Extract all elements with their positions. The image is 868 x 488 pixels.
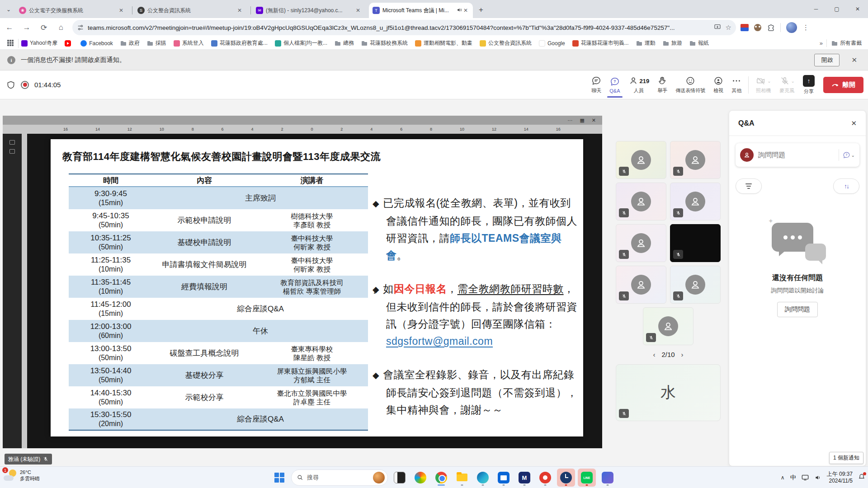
email-link[interactable]: sdgsfortw@gmail.com (386, 335, 493, 347)
question-bubble-icon[interactable]: ? (843, 151, 850, 159)
qa-question-input[interactable]: 詢問問題 ? ⌄ (736, 143, 859, 167)
volume-icon[interactable] (814, 474, 821, 481)
taskbar-app[interactable] (432, 469, 450, 487)
browser-tab-4-active[interactable]: T Microsoft Teams 會議 | Mi... ✕ (369, 3, 473, 18)
qa-close-icon[interactable]: ✕ (851, 119, 857, 127)
browser-tab-3[interactable]: ✉ (無新信) - sinly1234@yahoo.c... ✕ (252, 3, 365, 18)
bookmark-item[interactable]: 報紙 (687, 38, 712, 48)
people-button[interactable]: 219 人員 (624, 72, 654, 98)
taskbar-app[interactable] (557, 469, 575, 487)
back-button[interactable]: ← (2, 20, 17, 35)
url-text[interactable]: teams.microsoft.com/v2/?meetingjoin=true… (88, 24, 709, 31)
mic-button[interactable]: ⌄ 麥克風 (775, 72, 799, 98)
window-grid-icon[interactable]: ▦ (580, 117, 584, 123)
bookmark-item[interactable]: Google (536, 39, 568, 47)
panel-icon[interactable] (9, 149, 15, 154)
camera-options-chevron-icon[interactable]: ⌄ (767, 79, 771, 84)
bookmark-item[interactable]: 運動相關電影、動畫 (412, 38, 475, 48)
weather-widget[interactable]: 1 26°C 多雲時晴 (4, 469, 40, 482)
participant-tile[interactable] (616, 141, 666, 179)
bookmarks-overflow-chevron[interactable]: » (816, 40, 826, 47)
taskbar-app[interactable] (599, 469, 617, 487)
bookmark-item[interactable] (62, 39, 76, 47)
qa-button[interactable]: ? Q&A (605, 72, 624, 98)
panel-icon[interactable] (9, 140, 15, 145)
bookmark-item[interactable]: 旅遊 (660, 38, 685, 48)
participant-tile[interactable] (670, 141, 721, 179)
bookmark-item[interactable]: 花蓮縣花蓮市明義... (570, 38, 632, 48)
bookmark-item[interactable]: 採購 (144, 38, 169, 48)
next-page-icon[interactable]: › (681, 351, 684, 358)
participant-tile[interactable] (616, 224, 666, 262)
display-icon[interactable] (802, 474, 809, 481)
site-settings-icon[interactable] (77, 24, 84, 31)
bookmark-item[interactable]: Facebook (78, 39, 116, 47)
mic-options-chevron-icon[interactable]: ⌄ (791, 79, 795, 84)
bookmark-item[interactable]: 總務 (332, 38, 357, 48)
taskbar-app[interactable] (495, 469, 513, 487)
ime-indicator[interactable]: 中 (790, 474, 796, 482)
bookmark-item[interactable]: Yahoo!奇摩 (19, 38, 60, 48)
bookmark-item[interactable]: 系統登入 (171, 38, 207, 48)
spotlight-tile[interactable]: 水 (616, 364, 721, 421)
participant-tile[interactable] (670, 183, 721, 221)
browser-menu-icon[interactable]: ⋮ (802, 23, 809, 32)
taskbar-app[interactable] (474, 469, 492, 487)
participant-tile[interactable] (616, 266, 666, 304)
reactions-button[interactable]: 傳送表情符號 (671, 72, 709, 98)
bookmark-item[interactable]: 花蓮縣政府教育處... (208, 38, 270, 48)
taskbar-app[interactable]: M (515, 469, 533, 487)
share-button[interactable]: ↑ 分享 (799, 72, 819, 98)
tab-close-icon[interactable]: ✕ (236, 7, 243, 14)
forward-button[interactable]: → (19, 20, 34, 35)
filter-button[interactable] (736, 178, 762, 194)
address-bar[interactable]: teams.microsoft.com/v2/?meetingjoin=true… (72, 20, 736, 35)
smartpki-extension-icon[interactable] (741, 24, 749, 31)
leave-button[interactable]: 離開 (823, 77, 863, 93)
tab-close-icon[interactable]: ✕ (118, 7, 125, 14)
camera-button[interactable]: ⌄ 照相機 (751, 72, 775, 98)
participant-tile[interactable] (643, 307, 693, 345)
tab-search-icon[interactable]: ⌄ (4, 5, 14, 14)
start-button[interactable] (270, 469, 288, 487)
raise-hand-button[interactable]: 舉手 (653, 72, 671, 98)
close-button[interactable]: ✕ (847, 0, 868, 18)
apps-grid-icon[interactable] (7, 40, 14, 47)
bookmark-item[interactable]: 公文整合資訊系統 (477, 38, 534, 48)
home-button[interactable]: ⌂ (53, 20, 69, 35)
bookmark-item[interactable]: 政府 (118, 38, 142, 48)
dismiss-notification-icon[interactable]: ✕ (851, 56, 857, 64)
all-bookmarks-button[interactable]: 所有書籤 (826, 39, 862, 47)
chat-button[interactable]: 聊天 (587, 72, 605, 98)
question-type-chevron-icon[interactable]: ⌄ (851, 153, 855, 158)
previous-page-icon[interactable]: ‹ (653, 351, 655, 358)
participant-tile[interactable] (670, 224, 721, 262)
taskbar-app[interactable] (536, 469, 554, 487)
bookmark-item[interactable]: 花蓮縣校務系統 (359, 38, 410, 48)
new-notification-badge[interactable]: 1 個新通知 (829, 452, 863, 464)
extensions-puzzle-icon[interactable] (767, 23, 775, 32)
view-button[interactable]: 檢視 (709, 72, 727, 98)
bookmark-star-icon[interactable]: ☆ (726, 23, 731, 32)
hidden-icons-chevron[interactable]: ∧ (781, 474, 785, 481)
taskbar-app[interactable] (391, 469, 409, 487)
tab-close-icon[interactable]: ✕ (462, 7, 469, 14)
tab-audio-icon[interactable] (457, 6, 462, 14)
bookmark-item[interactable]: 運動 (633, 38, 658, 48)
reload-button[interactable]: ⟳ (36, 20, 52, 35)
taskbar-app[interactable] (453, 469, 471, 487)
participant-tile[interactable] (616, 183, 666, 221)
window-more-icon[interactable]: ⋯ (567, 117, 572, 123)
more-button[interactable]: 其他 (727, 72, 745, 98)
browser-tab-1[interactable]: ❀ 公文電子交換服務系統 ✕ (15, 3, 128, 18)
ask-question-button[interactable]: 詢問問題 (777, 302, 818, 317)
tab-close-icon[interactable]: ✕ (354, 7, 362, 14)
sort-button[interactable]: ↑↓ (833, 178, 859, 194)
bookmark-item[interactable]: 個人檔案|均一教... (272, 38, 330, 48)
participant-tile[interactable] (670, 266, 721, 304)
minimize-button[interactable]: ─ (806, 0, 826, 18)
search-highlight-image[interactable] (373, 472, 385, 483)
browser-tab-2[interactable]: S 公文整合資訊系統 ✕ (134, 3, 247, 18)
new-tab-button[interactable]: + (476, 5, 486, 15)
window-close-icon[interactable]: ✕ (592, 117, 596, 123)
